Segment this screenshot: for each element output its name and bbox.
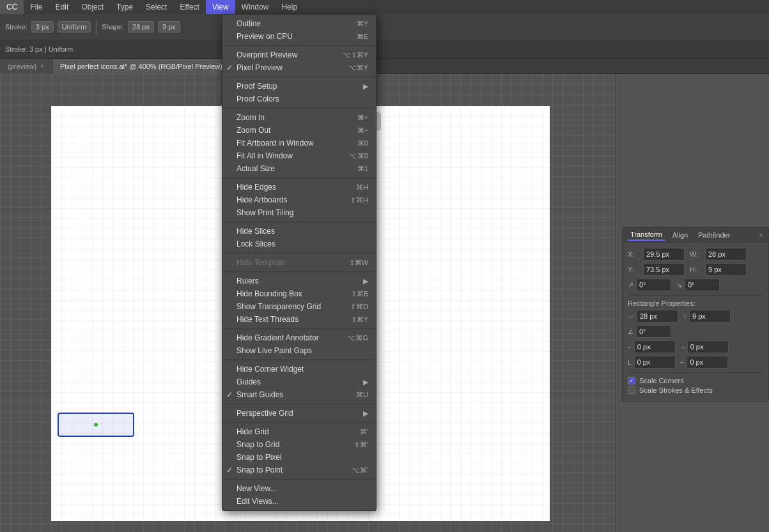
selected-shape[interactable] [58, 413, 134, 437]
rect-angle-input[interactable] [636, 325, 671, 338]
panel-row-rect-angle: ∠ [628, 325, 763, 338]
menu-outline-shortcut: ⌘Y [357, 20, 368, 28]
menu-snap-to-point-shortcut: ⌥⌘' [352, 466, 368, 475]
menu-item-help[interactable]: Help [275, 0, 304, 14]
menu-hide-slices[interactable]: Hide Slices [222, 225, 376, 238]
menu-proof-setup[interactable]: Proof Setup ▶ [222, 80, 376, 93]
menu-hide-bbox[interactable]: Hide Bounding Box ⇧⌘B [222, 287, 376, 300]
panel-tab-align[interactable]: Align [670, 230, 690, 240]
menu-snap-to-pixel[interactable]: Snap to Pixel [222, 451, 376, 464]
menu-live-paint-gaps[interactable]: Show Live Paint Gaps [222, 344, 376, 357]
menu-lock-slices[interactable]: Lock Slices [222, 238, 376, 250]
x-label: X: [628, 250, 641, 258]
y-input[interactable] [643, 263, 685, 276]
menu-hide-corner-widget[interactable]: Hide Corner Widget [222, 363, 376, 376]
menu-item-type[interactable]: Type [110, 0, 139, 14]
rect-h-input[interactable] [689, 310, 731, 323]
menu-item-effect[interactable]: Effect [173, 0, 205, 14]
menu-div-7 [222, 271, 376, 272]
menu-fit-all-shortcut: ⌥⌘0 [349, 152, 368, 160]
menu-hide-grid[interactable]: Hide Grid ⌘' [222, 425, 376, 438]
panel-tab-transform[interactable]: Transform [628, 229, 665, 241]
panel-header: Transform Align Pathfinder × [623, 227, 768, 243]
stroke-input[interactable]: 3 px [31, 21, 54, 33]
view-menu-dropdown: Outline ⌘Y Preview on CPU ⌘E Overprint P… [222, 14, 377, 511]
menu-edit-views-label: Edit Views... [237, 497, 279, 506]
menu-fit-artboard-label: Fit Artboard in Window [237, 139, 314, 148]
menu-preview-cpu[interactable]: Preview on CPU ⌘E [222, 30, 376, 43]
h-input[interactable] [705, 263, 747, 276]
panel-tab-pathfinder[interactable]: Pathfinder [695, 230, 733, 240]
menu-item-select[interactable]: Select [139, 0, 173, 14]
shape-height[interactable]: 9 px [158, 21, 180, 33]
menu-item-window[interactable]: Window [235, 0, 276, 14]
corner-bl-input[interactable] [634, 356, 676, 369]
panel-body: X: W: Y: H: ↗ ↘ Rectangle Properties: [623, 243, 768, 401]
panel-separator-2 [628, 372, 763, 373]
menu-new-view[interactable]: New View... [222, 482, 376, 495]
menu-outline[interactable]: Outline ⌘Y [222, 17, 376, 30]
scale-strokes-row: Scale Strokes & Effects [628, 386, 763, 394]
menu-item-object[interactable]: Object [75, 0, 110, 14]
menu-item-edit[interactable]: Edit [49, 0, 75, 14]
menu-preview-cpu-shortcut: ⌘E [357, 33, 368, 41]
menu-snap-to-grid[interactable]: Snap to Grid ⇧⌘' [222, 438, 376, 451]
menu-item-view[interactable]: View [206, 0, 235, 14]
menu-zoom-out-shortcut: ⌘− [357, 126, 368, 135]
corner-br-input[interactable] [687, 356, 728, 369]
x-input[interactable] [643, 248, 685, 261]
tab-close-preview[interactable]: × [40, 63, 44, 70]
menu-fit-all[interactable]: Fit All in Window ⌥⌘0 [222, 149, 376, 162]
angle2-input[interactable] [685, 278, 720, 291]
menu-zoom-in[interactable]: Zoom In ⌘+ [222, 111, 376, 124]
menu-pixel-preview[interactable]: ✓ Pixel Preview ⌥⌘Y [222, 61, 376, 74]
menu-guides-arrow: ▶ [363, 378, 368, 386]
corner-tr-input[interactable] [687, 340, 729, 353]
menu-pixel-preview-shortcut: ⌥⌘Y [348, 64, 368, 72]
scale-corners-checkbox[interactable] [628, 377, 635, 384]
menu-guides-label: Guides [237, 377, 261, 386]
scale-strokes-label: Scale Strokes & Effects [639, 386, 713, 394]
angle1-input[interactable] [636, 278, 671, 291]
menu-proof-colors[interactable]: Proof Colors [222, 93, 376, 105]
menu-hide-gradient[interactable]: Hide Gradient Annotator ⌥⌘G [222, 331, 376, 344]
rect-w-input[interactable] [637, 310, 678, 323]
menu-item-file[interactable]: File [24, 0, 49, 14]
w-input[interactable] [705, 248, 747, 261]
menu-zoom-out[interactable]: Zoom Out ⌘− [222, 124, 376, 137]
corner-tl-input[interactable] [634, 340, 676, 353]
tab-preview[interactable]: (preview) × [0, 59, 52, 74]
shape-width[interactable]: 28 px [128, 21, 154, 33]
w-label: W: [690, 250, 703, 258]
panel-close-button[interactable]: × [759, 231, 763, 239]
menu-bar: CC File Edit Object Type Select Effect V… [0, 0, 769, 14]
menu-proof-setup-label: Proof Setup [237, 82, 277, 91]
menu-snap-to-point[interactable]: ✓ Snap to Point ⌥⌘' [222, 464, 376, 476]
menu-show-print-tiling[interactable]: Show Print Tiling [222, 206, 376, 219]
menu-actual-size[interactable]: Actual Size ⌘1 [222, 162, 376, 175]
menu-hide-template: Hide Template ⇧⌘W [222, 256, 376, 269]
menu-item-cc[interactable]: CC [0, 0, 24, 14]
scale-strokes-checkbox[interactable] [628, 386, 635, 394]
menu-overprint[interactable]: Overprint Preview ⌥⇧⌘Y [222, 49, 376, 61]
menu-hide-artboards[interactable]: Hide Artboards ⇧⌘H [222, 194, 376, 206]
menu-fit-artboard[interactable]: Fit Artboard in Window ⌘0 [222, 137, 376, 149]
scale-corners-label: Scale Corners [639, 377, 684, 384]
menu-hide-edges[interactable]: Hide Edges ⌘H [222, 181, 376, 194]
menu-hide-text-threads[interactable]: Hide Text Threads ⇧⌘Y [222, 313, 376, 326]
pixel-preview-check: ✓ [226, 63, 233, 72]
menu-perspective-grid[interactable]: Perspective Grid ▶ [222, 407, 376, 420]
menu-hide-template-shortcut: ⇧⌘W [349, 259, 368, 267]
menu-rulers[interactable]: Rulers ▶ [222, 275, 376, 287]
menu-guides[interactable]: Guides ▶ [222, 376, 376, 388]
tab-bar: (preview) × Pixel perfect icons.ai* @ 40… [0, 59, 769, 74]
menu-hide-artboards-label: Hide Artboards [237, 195, 287, 204]
tab-pixel-perfect[interactable]: Pixel perfect icons.ai* @ 400% (RGB/Pixe… [52, 59, 238, 74]
menu-show-transparency[interactable]: Show Transparency Grid ⇧⌘D [222, 300, 376, 313]
menu-hide-template-label: Hide Template [237, 258, 286, 267]
stroke-type[interactable]: Uniform [58, 21, 91, 33]
menu-div-1 [222, 45, 376, 46]
menu-edit-views[interactable]: Edit Views... [222, 495, 376, 508]
menu-smart-guides[interactable]: ✓ Smart Guides ⌘U [222, 388, 376, 401]
menu-hide-gradient-shortcut: ⌥⌘G [347, 334, 368, 342]
